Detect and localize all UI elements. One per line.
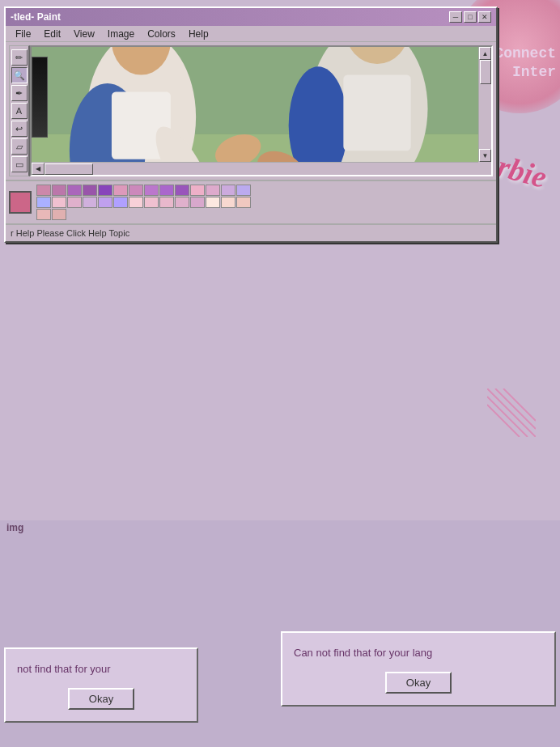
scrollbar-horizontal[interactable]: ◀ ▶: [32, 162, 478, 175]
palette-color-29[interactable]: [52, 209, 66, 220]
maximize-button[interactable]: □: [464, 11, 477, 23]
palette-color-20[interactable]: [129, 197, 143, 208]
palette-color-23[interactable]: [175, 197, 189, 208]
palette-color-13[interactable]: [236, 185, 251, 196]
palette-color-26[interactable]: [221, 197, 235, 208]
svg-rect-19: [343, 75, 410, 151]
palette-color-5[interactable]: [113, 185, 128, 196]
scroll-up-arrow[interactable]: ▲: [479, 47, 491, 60]
palette-color-19[interactable]: [113, 197, 128, 208]
canvas-container: 我觉得是想要触碰但又感觉不到 I think love is a touch a…: [30, 45, 493, 176]
dialog-left-okay-button[interactable]: Okay: [68, 688, 134, 710]
tool-panel: ✏ 🔍 ✒ A ↩ ▱ ▭: [9, 45, 30, 176]
scroll-thumb-horizontal[interactable]: [45, 163, 93, 175]
palette-color-1[interactable]: [52, 185, 66, 196]
dialog-area: img not find that for your Okay Can not …: [0, 520, 560, 747]
menu-view[interactable]: View: [67, 28, 101, 40]
palette-color-8[interactable]: [159, 185, 174, 196]
title-bar-buttons: ─ □ ✕: [449, 11, 491, 23]
palette-color-15[interactable]: [52, 197, 66, 208]
dialog-right: Can not find that for your lang Okay: [281, 631, 556, 707]
svg-line-4: [487, 405, 520, 437]
palette-bar: [6, 180, 496, 223]
palette-color-17[interactable]: [83, 197, 97, 208]
tool-pen[interactable]: ✒: [11, 85, 28, 101]
current-color[interactable]: [9, 191, 32, 214]
dialog-left: not find that for your Okay: [4, 647, 198, 723]
minimize-button[interactable]: ─: [449, 11, 462, 23]
palette-color-16[interactable]: [67, 197, 82, 208]
color-palette: [36, 185, 263, 220]
dialog-left-text: not find that for your: [17, 662, 185, 677]
palette-color-10[interactable]: [190, 185, 205, 196]
palette-color-9[interactable]: [175, 185, 189, 196]
scrollbar-vertical[interactable]: ▲ ▼: [478, 47, 491, 162]
paint-window: -tled- Paint ─ □ ✕ File Edit View Image …: [4, 6, 498, 243]
scroll-left-arrow[interactable]: ◀: [32, 163, 45, 175]
status-text: r Help Please Click Help Topic: [11, 228, 491, 238]
svg-line-1: [495, 388, 536, 429]
tool-curve[interactable]: ↩: [11, 121, 28, 137]
palette-color-14[interactable]: [36, 197, 51, 208]
palette-color-24[interactable]: [190, 197, 205, 208]
palette-color-2[interactable]: [67, 185, 82, 196]
menu-image[interactable]: Image: [101, 28, 141, 40]
window-title: -tled- Paint: [11, 11, 61, 23]
menu-colors[interactable]: Colors: [141, 28, 182, 40]
menu-help[interactable]: Help: [182, 28, 215, 40]
palette-color-21[interactable]: [144, 197, 159, 208]
menu-bar: File Edit View Image Colors Help: [6, 26, 496, 42]
menu-file[interactable]: File: [9, 28, 37, 40]
close-button[interactable]: ✕: [478, 11, 491, 23]
palette-color-11[interactable]: [206, 185, 220, 196]
tool-rect[interactable]: ▭: [11, 156, 28, 172]
palette-color-12[interactable]: [221, 185, 235, 196]
dialog-right-text: Can not find that for your lang: [294, 646, 543, 660]
img-label: img: [0, 520, 30, 535]
palette-color-6[interactable]: [129, 185, 143, 196]
palette-color-18[interactable]: [98, 197, 112, 208]
status-bar: r Help Please Click Help Topic: [6, 223, 496, 241]
palette-color-4[interactable]: [98, 185, 112, 196]
palette-color-25[interactable]: [206, 197, 220, 208]
svg-line-2: [503, 388, 536, 421]
palette-color-0[interactable]: [36, 185, 51, 196]
canvas-svg: 我觉得是想要触碰但又感觉不到 I think love is a touch a…: [32, 47, 478, 162]
menu-edit[interactable]: Edit: [37, 28, 67, 40]
scroll-down-arrow[interactable]: ▼: [479, 149, 491, 162]
palette-color-28[interactable]: [36, 209, 51, 220]
connect-internet-text: Connect Inter: [494, 45, 556, 83]
diagonal-lines-decoration: [487, 388, 536, 437]
tool-text[interactable]: A: [11, 103, 28, 119]
scroll-thumb-vertical[interactable]: [480, 60, 491, 84]
dialog-right-okay-button[interactable]: Okay: [385, 672, 452, 694]
tool-pencil[interactable]: ✏: [11, 49, 28, 66]
video-thumbnail: [32, 57, 48, 138]
tool-polygon[interactable]: ▱: [11, 138, 28, 155]
palette-color-7[interactable]: [144, 185, 159, 196]
palette-color-3[interactable]: [83, 185, 97, 196]
canvas-area: ✏ 🔍 ✒ A ↩ ▱ ▭: [6, 42, 496, 180]
title-bar: -tled- Paint ─ □ ✕: [6, 8, 496, 26]
palette-color-27[interactable]: [236, 197, 251, 208]
tool-magnify[interactable]: 🔍: [11, 67, 28, 83]
palette-color-22[interactable]: [159, 197, 174, 208]
svg-line-3: [487, 397, 528, 437]
drawing-canvas: 我觉得是想要触碰但又感觉不到 I think love is a touch a…: [32, 47, 478, 162]
